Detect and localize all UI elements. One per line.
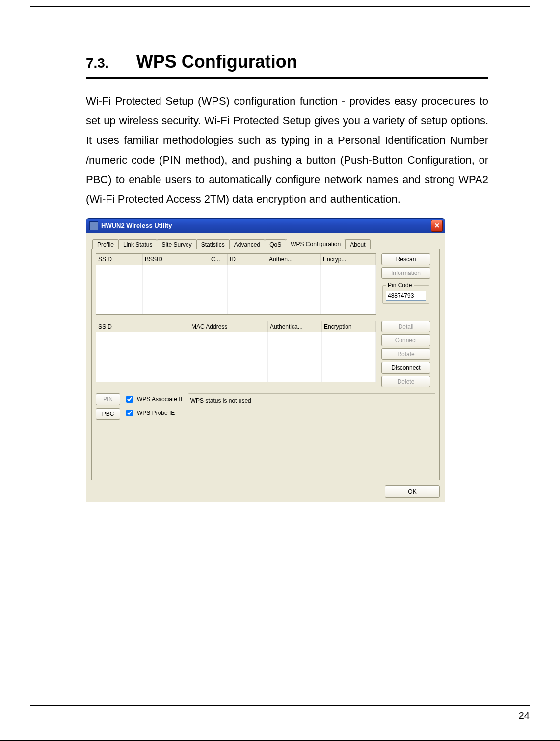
table-row[interactable] xyxy=(96,285,376,295)
wireless-utility-window: HWUN2 Wireless Utility ✕ Profile Link St… xyxy=(86,218,445,502)
close-icon[interactable]: ✕ xyxy=(431,220,443,232)
col-ssid[interactable]: SSID xyxy=(96,254,143,265)
table-row[interactable] xyxy=(96,352,376,362)
tab-about[interactable]: About xyxy=(345,239,370,249)
col-c[interactable]: C... xyxy=(209,254,228,265)
tab-statistics[interactable]: Statistics xyxy=(196,239,230,249)
tab-qos[interactable]: QoS xyxy=(265,239,286,249)
pin-button[interactable]: PIN xyxy=(96,393,120,405)
checkbox-icon[interactable] xyxy=(126,410,133,416)
wps-status-box-empty xyxy=(188,393,435,394)
col-authen[interactable]: Authen... xyxy=(267,254,321,265)
connect-button[interactable]: Connect xyxy=(381,334,430,346)
pin-code-legend: Pin Code xyxy=(386,282,414,289)
table-row[interactable] xyxy=(96,275,376,285)
rescan-button[interactable]: Rescan xyxy=(381,253,430,265)
tab-advanced[interactable]: Advanced xyxy=(229,239,265,249)
col2-enc[interactable]: Encryption xyxy=(322,321,376,332)
tab-site-survey[interactable]: Site Survey xyxy=(157,239,196,249)
col2-ssid[interactable]: SSID xyxy=(96,321,189,332)
wps-network-table[interactable]: SSID BSSID C... ID Authen... Encryp... xyxy=(96,253,376,315)
col-id[interactable]: ID xyxy=(228,254,267,265)
detail-button[interactable]: Detail xyxy=(381,321,430,332)
delete-button[interactable]: Delete xyxy=(381,376,430,387)
disconnect-button[interactable]: Disconnect xyxy=(381,362,430,374)
ok-button[interactable]: OK xyxy=(385,485,440,498)
wps-associate-label: WPS Associate IE xyxy=(137,396,185,403)
table-row[interactable] xyxy=(96,332,376,342)
app-icon xyxy=(89,221,98,230)
col-bssid[interactable]: BSSID xyxy=(143,254,209,265)
table-row[interactable] xyxy=(96,304,376,314)
col2-mac[interactable]: MAC Address xyxy=(189,321,268,332)
top-rule xyxy=(30,6,530,7)
page-number: 24 xyxy=(519,710,530,721)
section-number: 7.3. xyxy=(86,55,109,71)
table-row[interactable] xyxy=(96,265,376,275)
section-title: WPS Configuration xyxy=(136,52,297,72)
table-row[interactable] xyxy=(96,362,376,372)
tab-wps-configuration[interactable]: WPS Configuration xyxy=(286,239,346,249)
tab-profile[interactable]: Profile xyxy=(92,239,119,249)
wps-profile-table[interactable]: SSID MAC Address Authentica... Encryptio… xyxy=(96,321,376,382)
pin-code-group: Pin Code xyxy=(382,282,429,304)
information-button[interactable]: Information xyxy=(381,267,430,279)
pbc-button[interactable]: PBC xyxy=(96,408,120,420)
wps-associate-ie-checkbox[interactable]: WPS Associate IE xyxy=(124,394,185,404)
wps-status-text: WPS status is not used xyxy=(190,397,435,404)
col2-auth[interactable]: Authentica... xyxy=(268,321,322,332)
section-heading: 7.3. WPS Configuration xyxy=(86,52,488,79)
wps-probe-label: WPS Probe IE xyxy=(137,410,175,416)
table-row[interactable] xyxy=(96,295,376,304)
window-title: HWUN2 Wireless Utility xyxy=(101,222,431,229)
tab-link-status[interactable]: Link Status xyxy=(118,239,157,249)
window-titlebar[interactable]: HWUN2 Wireless Utility ✕ xyxy=(86,218,445,233)
section-paragraph: Wi-Fi Protected Setup (WPS) configuratio… xyxy=(86,91,488,209)
pin-code-input[interactable] xyxy=(386,291,426,301)
wps-probe-ie-checkbox[interactable]: WPS Probe IE xyxy=(124,408,185,418)
rotate-button[interactable]: Rotate xyxy=(381,348,430,360)
col-encryp[interactable]: Encryp... xyxy=(321,254,366,265)
table-row[interactable] xyxy=(96,342,376,352)
footer-rule xyxy=(30,705,530,706)
table-row[interactable] xyxy=(96,372,376,382)
checkbox-icon[interactable] xyxy=(126,396,133,403)
col-spacer xyxy=(366,254,376,265)
tab-bar: Profile Link Status Site Survey Statisti… xyxy=(91,238,440,249)
